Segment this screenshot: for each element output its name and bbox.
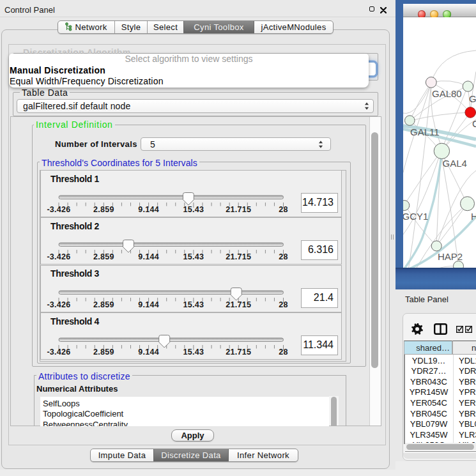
svg-text:GAL80: GAL80 (432, 88, 462, 99)
svg-text:2.859: 2.859 (93, 300, 114, 309)
svg-text:28: 28 (279, 348, 288, 357)
svg-text:15.43: 15.43 (183, 300, 204, 309)
svg-text:HA: HA (471, 211, 476, 222)
svg-text:CD: CD (472, 118, 476, 129)
svg-text:9.144: 9.144 (138, 252, 159, 261)
svg-text:2.859: 2.859 (93, 205, 114, 214)
svg-text:9.144: 9.144 (138, 300, 159, 309)
svg-text:15.43: 15.43 (183, 252, 204, 261)
svg-text:-3.426: -3.426 (47, 205, 70, 214)
svg-text:2.859: 2.859 (93, 252, 114, 261)
svg-text:GAL4: GAL4 (443, 158, 467, 169)
svg-text:21.715: 21.715 (226, 252, 251, 261)
svg-text:28: 28 (279, 300, 288, 309)
svg-text:21.715: 21.715 (226, 348, 251, 357)
svg-text:GAL11: GAL11 (410, 127, 440, 137)
svg-text:GA: GA (469, 93, 476, 104)
svg-text:GCY1: GCY1 (403, 211, 428, 222)
svg-text:-3.426: -3.426 (47, 348, 70, 357)
svg-text:HAP2: HAP2 (438, 251, 463, 262)
svg-text:15.43: 15.43 (183, 348, 204, 357)
svg-text:28: 28 (279, 205, 288, 214)
svg-text:2.859: 2.859 (93, 348, 114, 357)
svg-text:-3.426: -3.426 (47, 300, 70, 309)
svg-text:15.43: 15.43 (183, 205, 204, 214)
svg-text:9.144: 9.144 (138, 348, 159, 357)
svg-text:21.715: 21.715 (226, 300, 251, 309)
svg-text:9.144: 9.144 (138, 205, 159, 214)
svg-text:21.715: 21.715 (226, 205, 251, 214)
svg-text:-3.426: -3.426 (47, 252, 70, 261)
svg-text:28: 28 (279, 252, 288, 261)
